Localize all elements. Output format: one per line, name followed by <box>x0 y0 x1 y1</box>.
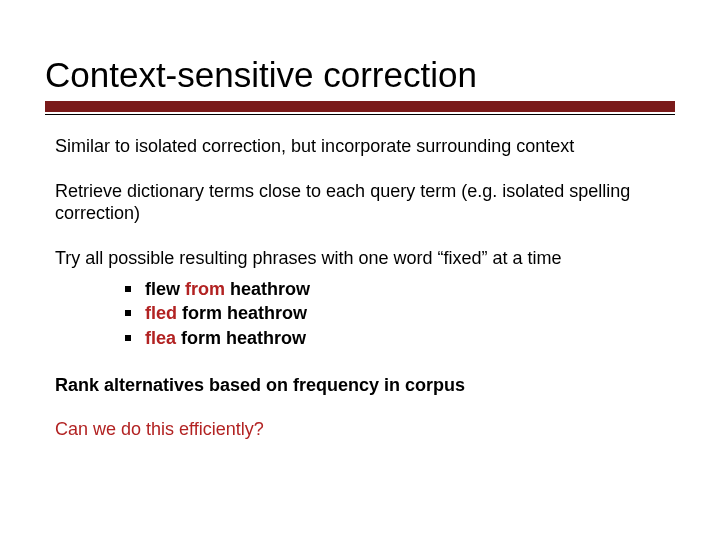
paragraph-1: Similar to isolated correction, but inco… <box>55 135 675 158</box>
paragraph-5: Can we do this efficiently? <box>55 418 675 441</box>
square-bullet-icon <box>125 310 131 316</box>
list-item: flew from heathrow <box>125 277 675 301</box>
square-bullet-icon <box>125 335 131 341</box>
slide-body: Similar to isolated correction, but inco… <box>45 135 675 441</box>
example-list: flew from heathrowfled form heathrowflea… <box>55 277 675 350</box>
paragraph-3: Try all possible resulting phrases with … <box>55 247 675 270</box>
slide-title: Context-sensitive correction <box>45 55 675 95</box>
title-rule-dark <box>45 101 675 112</box>
square-bullet-icon <box>125 286 131 292</box>
title-rule-thin <box>45 114 675 115</box>
list-item-text: flew from heathrow <box>145 277 310 301</box>
list-item-text: flea form heathrow <box>145 326 306 350</box>
slide: Context-sensitive correction Similar to … <box>0 0 720 540</box>
list-item: flea form heathrow <box>125 326 675 350</box>
paragraph-2: Retrieve dictionary terms close to each … <box>55 180 675 225</box>
paragraph-4: Rank alternatives based on frequency in … <box>55 374 675 397</box>
list-item: fled form heathrow <box>125 301 675 325</box>
list-item-text: fled form heathrow <box>145 301 307 325</box>
